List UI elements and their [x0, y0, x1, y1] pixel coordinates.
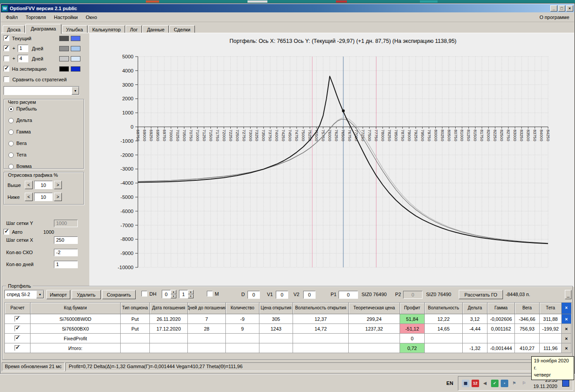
sko-count-row: Кол-во СКО -2: [3, 249, 89, 258]
table-row[interactable]: FixedProfit0×: [5, 334, 572, 343]
radio-gamma[interactable]: [8, 129, 14, 135]
spin-up-icon[interactable]: ▲: [171, 290, 176, 294]
radio-row-theta[interactable]: Тета: [8, 152, 84, 162]
tray-flag-icon[interactable]: ⚑: [510, 380, 518, 387]
v2-input[interactable]: 0: [303, 291, 316, 299]
collapse-panel-button[interactable]: _: [565, 290, 571, 299]
auto-checkbox[interactable]: [4, 229, 9, 235]
cell-theoretical-price: [349, 334, 400, 343]
radio-theta[interactable]: [8, 152, 14, 158]
radio-row-delta[interactable]: Дельта: [8, 118, 84, 128]
plus-4-days-checkbox[interactable]: [4, 56, 9, 61]
chevron-down-icon[interactable]: ▼: [72, 87, 79, 95]
radio-row-profit[interactable]: Прибыль: [8, 106, 84, 116]
row-calc-checkbox[interactable]: [15, 316, 20, 322]
cell-delta: -1,32: [463, 343, 487, 353]
current-checkbox[interactable]: [4, 35, 9, 41]
svg-text:79000: 79000: [407, 129, 412, 141]
table-row[interactable]: Si76500BX0Put17.12.2020289124314,721237,…: [5, 324, 572, 334]
below-percent-input[interactable]: 10: [34, 193, 53, 201]
cell-open-volatility: 12,37: [293, 314, 349, 324]
maximize-button[interactable]: □: [558, 5, 565, 11]
delete-button[interactable]: Удалить: [72, 290, 101, 299]
radio-vomma[interactable]: [8, 164, 14, 169]
show-desktop-icon[interactable]: [562, 380, 569, 387]
row-delete-button[interactable]: ×: [562, 314, 571, 324]
dh-checkbox[interactable]: [141, 291, 147, 297]
row-delete-button[interactable]: ×: [562, 343, 571, 353]
menu-settings[interactable]: Настройки: [50, 13, 82, 21]
menu-trading[interactable]: Торговля: [22, 13, 50, 21]
svg-text:76500: 76500: [341, 129, 346, 141]
cell-delta: [463, 334, 487, 343]
row-calc-checkbox[interactable]: [15, 326, 20, 331]
sko-count-input[interactable]: -2: [54, 249, 78, 256]
row-delete-button[interactable]: ×: [562, 324, 571, 334]
m-checkbox[interactable]: [207, 291, 213, 297]
delete-column-header[interactable]: ×: [562, 303, 571, 314]
tray-volume-icon[interactable]: ◀: [481, 380, 489, 387]
tab-diagram[interactable]: Диаграмма: [25, 24, 61, 34]
radio-row-gamma[interactable]: Гамма: [8, 129, 84, 139]
svg-text:74000: 74000: [274, 129, 279, 141]
plus-4-days-days-input[interactable]: 4: [18, 55, 28, 62]
row-delete-button[interactable]: ×: [562, 334, 571, 343]
d-input[interactable]: 0: [248, 291, 260, 299]
calc-cell: [5, 324, 30, 334]
import-button[interactable]: Импорт: [46, 290, 70, 299]
svg-text:69000: 69000: [142, 129, 147, 141]
menu-file[interactable]: Файл: [2, 13, 22, 21]
minimize-button[interactable]: _: [550, 5, 557, 11]
close-button[interactable]: ×: [566, 5, 573, 11]
dh-checkbox-row: DH: [141, 291, 156, 297]
above-decrease-button[interactable]: <: [25, 181, 33, 189]
tray-device-icon[interactable]: ▦: [462, 380, 469, 387]
below-increase-button[interactable]: >: [54, 193, 62, 201]
spin-up-icon[interactable]: ▲: [188, 290, 194, 294]
column-header: Волатильность: [425, 303, 463, 314]
plus-1-day-checkbox[interactable]: [4, 46, 9, 51]
spin-down-icon[interactable]: ▼: [171, 294, 176, 299]
preset-dropdown[interactable]: спред SI-2 ▼: [4, 290, 44, 299]
calc-cell: [5, 343, 30, 353]
svg-text:80250: 80250: [440, 129, 445, 141]
svg-text:74500: 74500: [288, 129, 293, 141]
above-percent-input[interactable]: 10: [34, 181, 53, 189]
spin-down-icon[interactable]: ▼: [188, 294, 194, 299]
radio-row-vega[interactable]: Вега: [8, 141, 84, 151]
grid-step-x-input[interactable]: 250: [54, 236, 78, 244]
language-indicator[interactable]: EN: [445, 379, 455, 388]
row-calc-checkbox[interactable]: [15, 335, 20, 341]
radio-profit[interactable]: [8, 107, 14, 112]
menu-window[interactable]: Окно: [82, 13, 101, 21]
p1-input[interactable]: 0: [339, 291, 358, 299]
above-increase-button[interactable]: >: [54, 181, 62, 189]
plus-1-day-days-input[interactable]: 1: [18, 45, 28, 52]
row-calc-checkbox[interactable]: [15, 345, 20, 351]
menu-about[interactable]: О программе: [536, 13, 573, 21]
tray-flag-outline-icon[interactable]: ⚐: [520, 380, 528, 387]
tray-badge-12-icon[interactable]: 12: [472, 380, 479, 387]
tooltip-weekday: четверг: [534, 372, 571, 379]
tray-app-icon[interactable]: ▪: [501, 380, 508, 387]
dh-spinner-1[interactable]: 0 ▲▼: [162, 290, 176, 298]
profit-chart[interactable]: -10000-9000-8000-7000-6000-5000-4000-300…: [89, 33, 573, 287]
render-group: Отрисовка графика % Выше<10>Ниже<10>: [4, 172, 84, 205]
tray-update-check-icon[interactable]: ✓: [491, 380, 499, 387]
expiration-checkbox[interactable]: [4, 66, 9, 72]
radio-delta[interactable]: [8, 118, 14, 123]
app-icon: W: [2, 5, 8, 11]
strategy-dropdown[interactable]: ▼: [4, 86, 80, 95]
table-row[interactable]: Итого:0,72-1,32-0,001444410,27111,96×: [5, 343, 572, 353]
below-decrease-button[interactable]: <: [25, 193, 33, 201]
radio-vega[interactable]: [8, 141, 14, 146]
dh-spinner-2[interactable]: 1 ▲▼: [179, 290, 194, 298]
compare-strategy-checkbox[interactable]: [4, 76, 9, 82]
table-row[interactable]: Si76000BW0DPut26.11.20207-930512,37299,2…: [5, 314, 572, 324]
chevron-down-icon[interactable]: ▼: [36, 290, 44, 298]
days-count-input[interactable]: 1: [54, 261, 78, 268]
v1-input[interactable]: 0: [276, 291, 288, 299]
save-button[interactable]: Сохранить: [102, 290, 136, 299]
svg-text:72000: 72000: [222, 129, 227, 141]
calculate-go-button[interactable]: Рассчитать ГО: [459, 290, 503, 299]
